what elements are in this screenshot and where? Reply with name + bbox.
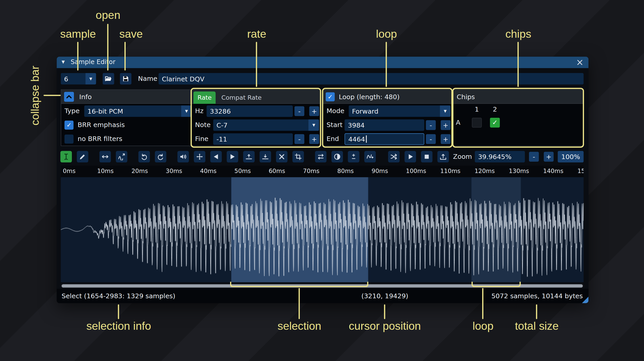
arrow-up-line-icon — [245, 153, 253, 161]
draw-tool-button[interactable] — [77, 151, 88, 162]
close-icon[interactable]: × — [576, 57, 584, 68]
waveform-view[interactable] — [61, 177, 584, 282]
annotation-line-collapse-bar — [43, 95, 61, 96]
timeline-label: 50ms — [234, 168, 251, 174]
timeline-label: 90ms — [372, 168, 388, 174]
timeline-label: 140ms — [543, 168, 563, 174]
delete-button[interactable] — [276, 151, 287, 162]
dropdown-arrow-icon: ▼ — [89, 77, 92, 81]
arrow-down-line-icon — [262, 153, 269, 161]
annotation-line-loop — [386, 42, 387, 87]
zoom-in-button[interactable]: + — [544, 152, 554, 162]
annotation-chips: chips — [505, 28, 531, 41]
timeline-label: 80ms — [337, 168, 354, 174]
crossfade-button[interactable] — [388, 151, 399, 162]
sign-button[interactable] — [348, 151, 359, 162]
sample-index-value: 6 — [61, 73, 85, 84]
invert-button[interactable] — [331, 151, 343, 162]
annotation-cursor-position: cursor position — [349, 320, 421, 333]
annotation-line-loop-bottom — [482, 288, 483, 319]
crop-icon — [294, 153, 302, 161]
reverse-button[interactable] — [315, 151, 326, 162]
zoom-input[interactable]: 39.9645% — [475, 151, 525, 162]
exchange-arrows-icon — [317, 153, 324, 161]
timeline-label: 150ms — [577, 168, 584, 174]
speaker-icon — [179, 153, 187, 161]
apply-silence-button[interactable] — [260, 151, 271, 162]
preview-button[interactable] — [405, 151, 416, 162]
dropdown-arrow-icon: ▼ — [185, 109, 188, 113]
annotation-outline-chips — [452, 88, 584, 148]
undo-button[interactable] — [138, 151, 150, 162]
annotation-selection-info: selection info — [86, 320, 151, 333]
undo-icon — [140, 153, 148, 161]
zoom-reset-button[interactable]: 100% — [558, 151, 584, 162]
sample-name-input[interactable]: Clarinet DQV — [158, 73, 584, 84]
trim-button[interactable] — [292, 151, 304, 162]
sample-index-dropdown[interactable]: 6 ▼ — [61, 73, 96, 84]
filter-button[interactable] — [364, 151, 376, 162]
annotation-total-size: total size — [515, 320, 559, 333]
check-icon: ✓ — [66, 122, 72, 128]
timeline-label: 10ms — [97, 168, 114, 174]
timeline-label: 40ms — [200, 168, 217, 174]
right-triangle-icon — [229, 153, 236, 161]
timeline-label: 0ms — [63, 168, 75, 174]
save-button[interactable] — [120, 73, 131, 84]
annotation-line-rate — [256, 42, 257, 87]
annotation-bracket-selection — [230, 282, 368, 287]
timeline-label: 130ms — [509, 168, 529, 174]
annotation-line-selection — [299, 288, 300, 319]
annotation-loop: loop — [376, 28, 397, 41]
pencil-icon — [79, 153, 86, 161]
sample-name-value: Clarinet DQV — [162, 75, 204, 83]
normalize-button[interactable] — [194, 151, 205, 162]
annotation-line-cursor-position — [384, 304, 385, 319]
ibeam-cursor-icon — [62, 153, 70, 161]
timeline-label: 20ms — [131, 168, 148, 174]
redo-button[interactable] — [155, 151, 166, 162]
sample-type-dropdown[interactable]: 16-bit PCM ▼ — [84, 105, 192, 117]
brr-emphasis-checkbox[interactable]: ✓ — [64, 121, 73, 130]
annotation-sample: sample — [60, 28, 96, 41]
upload-icon — [440, 153, 447, 161]
timeline-label: 30ms — [166, 168, 182, 174]
resample-button[interactable] — [116, 151, 127, 162]
annotated-screenshot: ▼ Sample Editor × 6 ▼ Name Clarinet DQV … — [0, 0, 644, 361]
no-brr-filters-checkbox[interactable] — [64, 135, 73, 144]
crossed-arrows-icon — [390, 153, 398, 161]
status-bar: Select (1654-2983: 1329 samples) (3210, … — [57, 289, 588, 303]
selection-info-text: Select (1654-2983: 1329 samples) — [62, 289, 175, 303]
zoom-out-button[interactable]: - — [529, 152, 539, 162]
info-panel-header: Info — [61, 90, 191, 104]
cursor-position-text: (3210, 19429) — [361, 289, 408, 303]
resize-button[interactable] — [99, 151, 111, 162]
fade-out-button[interactable] — [227, 151, 238, 162]
zoom-value: 39.9645% — [478, 153, 511, 161]
sample-type-value: 16-bit PCM — [84, 105, 181, 117]
annotation-rate: rate — [247, 28, 266, 41]
collapse-bar-button[interactable] — [64, 92, 74, 102]
plus-minus-icon — [350, 153, 357, 161]
open-button[interactable] — [103, 73, 114, 84]
total-size-text: 5072 samples, 10144 bytes — [491, 289, 583, 303]
annotation-line-selection-info — [118, 304, 119, 319]
insert-silence-button[interactable] — [243, 151, 254, 162]
info-panel-title: Info — [79, 91, 92, 103]
x-icon — [278, 153, 285, 161]
redo-icon — [157, 153, 164, 161]
timeline-label: 70ms — [303, 168, 320, 174]
chevron-up-icon — [65, 93, 73, 101]
timeline-ruler: 0ms10ms20ms30ms40ms50ms60ms70ms80ms90ms1… — [61, 166, 584, 177]
waveform-canvas[interactable] — [61, 177, 584, 282]
name-label: Name — [138, 75, 157, 82]
select-tool-button[interactable] — [60, 151, 72, 162]
upload-button[interactable] — [437, 151, 449, 162]
title-bar[interactable]: ▼ Sample Editor × — [57, 57, 588, 68]
tree-open-icon[interactable]: ▼ — [62, 59, 65, 64]
fade-in-button[interactable] — [210, 151, 222, 162]
timeline-label: 60ms — [269, 168, 285, 174]
stop-button[interactable] — [421, 151, 432, 162]
amplify-button[interactable] — [177, 151, 189, 162]
annotation-loop-bottom: loop — [473, 320, 494, 333]
